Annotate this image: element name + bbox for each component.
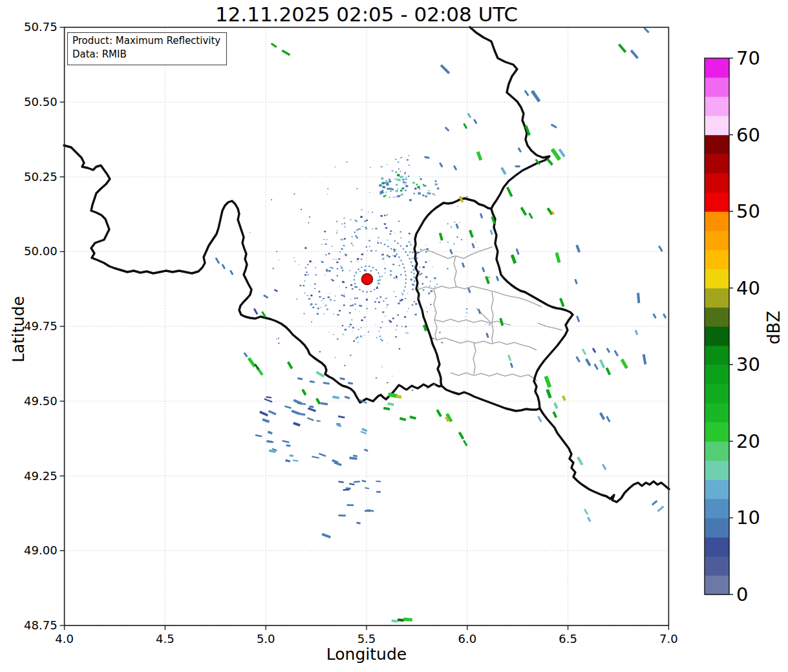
speckle-dot [323, 303, 324, 304]
speckle-dot [407, 159, 409, 160]
speckle-dot [380, 339, 381, 340]
speckle-dot [382, 366, 383, 367]
speckle-dot [357, 261, 357, 262]
speckle-dot [355, 233, 356, 234]
speckle-streak [293, 422, 301, 426]
speckle-streak [332, 395, 339, 399]
speckle-dot [278, 342, 279, 344]
speckle-dot [387, 215, 388, 216]
speckle-dot [310, 304, 312, 306]
speckle-dot [394, 291, 395, 292]
speckle-dot [390, 231, 392, 232]
echo-streak [528, 213, 533, 219]
speckle-dot [336, 262, 338, 264]
speckle-dot [343, 245, 345, 246]
speckle-streak [264, 398, 272, 403]
speckle-dot [396, 330, 397, 330]
speckle-dot [314, 288, 315, 289]
echo-streak [458, 432, 464, 439]
echo-streak [585, 359, 591, 366]
speckle-dot [368, 240, 370, 242]
speckle-dot [361, 258, 363, 260]
speckle-dot [382, 259, 383, 260]
echo-streak [599, 412, 605, 420]
speckle-dot [315, 275, 317, 276]
speckle-dot [370, 250, 372, 251]
speckle-dot [405, 326, 407, 327]
speckle-dot [385, 228, 387, 229]
speckle-dot [330, 267, 331, 268]
speckle-dot [381, 276, 383, 277]
speckle-dot [321, 261, 323, 262]
speckle-dot [322, 244, 323, 245]
speckle-dot [401, 299, 403, 301]
speckle-dot [352, 236, 353, 237]
speckle-dot [407, 333, 409, 333]
speckle-dot [293, 194, 295, 195]
speckle-dot [295, 261, 296, 262]
speckle-dot [342, 325, 343, 326]
speckle-dot [330, 299, 332, 301]
colorbar-tick-label: 20 [736, 430, 760, 452]
speckle-dot [325, 255, 326, 256]
x-tick-label: 5.5 [357, 632, 376, 646]
speckle-dot [396, 277, 398, 278]
speckle-dot [314, 262, 314, 263]
speckle-dot [310, 295, 312, 297]
speckle-dot [400, 190, 402, 192]
speckle-dot [361, 319, 363, 321]
speckle-streak [338, 415, 345, 419]
radar-figure: 12.11.2025 02:05 - 02:08 UTC Product: Ma… [0, 0, 788, 672]
speckle-dot [385, 298, 386, 299]
speckle-streak [293, 399, 302, 404]
speckle-dot [308, 222, 309, 224]
speckle-dot [384, 268, 386, 269]
speckle-streak [268, 431, 273, 435]
speckle-dot [413, 193, 415, 194]
echo-streak [555, 252, 561, 263]
colorbar-segment [705, 116, 729, 135]
speckle-dot [387, 255, 389, 256]
echo-streak [630, 50, 639, 59]
speckle-dot [313, 307, 315, 308]
speckle-dot [485, 324, 486, 325]
speckle-dot [372, 228, 373, 229]
speckle-dot [429, 193, 431, 194]
speckle-dot [341, 248, 343, 249]
echo-streak [577, 456, 583, 465]
echo-streak [463, 123, 467, 129]
speckle-dot [366, 220, 368, 221]
speckle-dot [340, 266, 341, 266]
speckle-dot [428, 294, 429, 295]
speckle-dot [323, 298, 325, 299]
colorbar-segment [705, 307, 729, 326]
speckle-dot [386, 192, 387, 193]
speckle-dot [304, 280, 306, 281]
speckle-dot [355, 310, 356, 310]
speckle-dot [405, 177, 407, 178]
speckle-dot [307, 295, 308, 297]
echo-streak [511, 255, 516, 264]
echo-streak [243, 352, 248, 357]
speckle-dot [326, 269, 328, 271]
speckle-dot [350, 324, 352, 326]
speckle-dot [425, 245, 426, 246]
speckle-dot [336, 221, 337, 222]
speckle-dot [420, 308, 421, 310]
speckle-dot [412, 258, 413, 259]
speckle-dot [344, 218, 345, 218]
speckle-dot [279, 260, 279, 260]
speckle-dot [454, 244, 455, 245]
speckle-dot [405, 185, 408, 187]
x-tick-label: 4.0 [55, 632, 74, 646]
speckle-dot [375, 308, 376, 310]
speckle-streak [361, 479, 366, 482]
speckle-dot [406, 246, 408, 247]
speckle-dot [341, 295, 343, 296]
speckle-streak [259, 411, 268, 417]
speckle-dot [362, 226, 363, 227]
echo-streak [546, 158, 553, 166]
speckle-dot [354, 297, 356, 299]
speckle-dot [390, 233, 392, 235]
speckle-dot [396, 184, 398, 186]
